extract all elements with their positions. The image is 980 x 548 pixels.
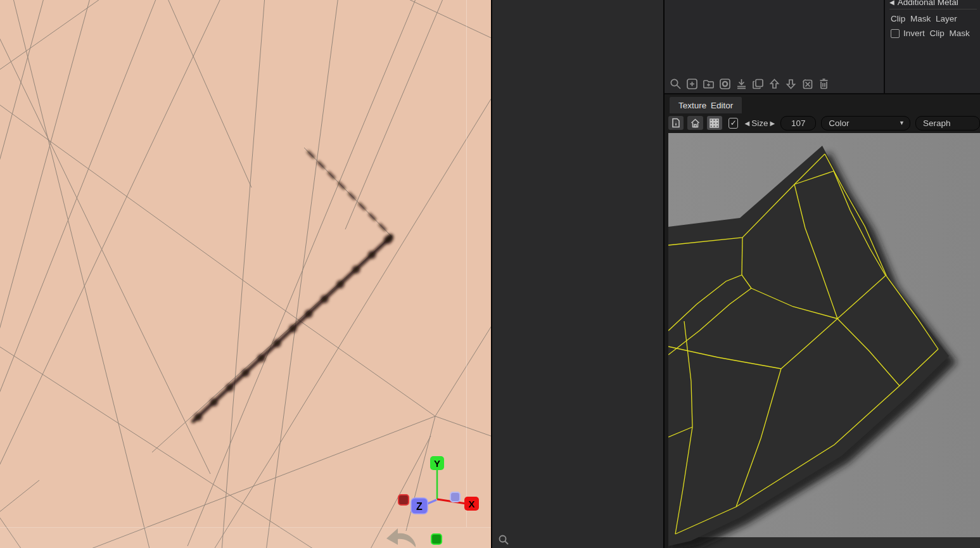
size-value: 107: [791, 118, 806, 128]
layers-panel: [665, 0, 884, 93]
channel-dropdown[interactable]: Color ▼: [821, 116, 910, 131]
doc-info-icon[interactable]: [668, 116, 684, 130]
clip-mask-layer-label: Clip Mask Layer: [891, 14, 980, 23]
y-axis-handle[interactable]: Y: [430, 456, 444, 470]
3d-viewport[interactable]: Y X Z: [0, 0, 491, 548]
home-icon[interactable]: [687, 116, 703, 130]
move-up-icon[interactable]: [768, 78, 780, 90]
texture-editor-toolbar: ✓ ◀ Size ▶ 107 Color ▼ Seraph: [665, 115, 980, 131]
z-axis-label: Z: [416, 501, 423, 512]
collapse-icon[interactable]: ◀: [889, 0, 894, 6]
uv-overlay-checkbox[interactable]: ✓: [729, 118, 739, 129]
uv-canvas[interactable]: [668, 133, 980, 548]
circle-in-square-icon[interactable]: [719, 78, 731, 90]
size-label: Size: [751, 118, 768, 128]
layers-toolbar: [670, 78, 830, 90]
add-folder-icon[interactable]: [703, 78, 715, 90]
channel-dropdown-value: Color: [829, 118, 849, 128]
middle-panel: [491, 0, 665, 548]
material-dropdown[interactable]: Seraph: [915, 116, 980, 131]
neg-z-handle[interactable]: [450, 492, 460, 502]
duplicate-icon[interactable]: [752, 78, 764, 90]
app-window: { "viewport": { "gizmo": { "x_label": "X…: [0, 0, 980, 548]
size-increase-arrow[interactable]: ▶: [770, 120, 775, 127]
size-value-field[interactable]: 107: [780, 116, 816, 131]
viewport-canvas: Y X Z: [0, 0, 491, 548]
texture-editor-section: Texture Editor ✓ ◀ Size: [665, 93, 980, 548]
size-decrease-arrow[interactable]: ◀: [744, 120, 749, 127]
neg-y-handle[interactable]: [431, 534, 442, 544]
material-dropdown-value: Seraph: [923, 118, 951, 128]
invert-clip-mask-label: Invert Clip Mask: [903, 29, 970, 38]
section-header[interactable]: ◀ Additional Metal: [889, 0, 980, 7]
size-stepper: ◀ Size ▶: [744, 118, 775, 128]
tab-texture-editor[interactable]: Texture Editor: [670, 97, 742, 113]
neg-x-handle[interactable]: [398, 495, 409, 505]
z-axis-handle[interactable]: Z: [411, 498, 428, 514]
tab-bar: Texture Editor: [665, 97, 980, 113]
clip-mask-panel: ◀ Additional Metal Clip Mask Layer Inver…: [884, 0, 980, 93]
invert-clip-mask-row: Invert Clip Mask: [891, 29, 980, 38]
x-axis-label: X: [468, 499, 474, 509]
search-icon[interactable]: [670, 78, 682, 90]
uv-canvas-drawing: [668, 133, 980, 548]
chevron-down-icon: ▼: [899, 120, 905, 126]
checkmark: ✓: [730, 118, 737, 127]
move-down-icon[interactable]: [785, 78, 797, 90]
separator: [889, 9, 977, 10]
import-icon[interactable]: [735, 78, 748, 90]
y-axis-label: Y: [434, 458, 440, 469]
right-column: ◀ Additional Metal Clip Mask Layer Inver…: [665, 0, 980, 548]
viewport-background: [0, 0, 491, 548]
grid-icon[interactable]: [707, 116, 722, 130]
x-axis-handle[interactable]: X: [464, 497, 479, 511]
invert-clip-mask-checkbox[interactable]: [891, 29, 900, 38]
section-header-label: Additional Metal: [898, 0, 958, 7]
clear-layer-icon[interactable]: [801, 78, 813, 90]
search-icon[interactable]: [498, 534, 509, 545]
tab-label: Texture Editor: [678, 101, 733, 110]
trash-icon[interactable]: [818, 78, 830, 90]
add-layer-icon[interactable]: [686, 78, 698, 90]
